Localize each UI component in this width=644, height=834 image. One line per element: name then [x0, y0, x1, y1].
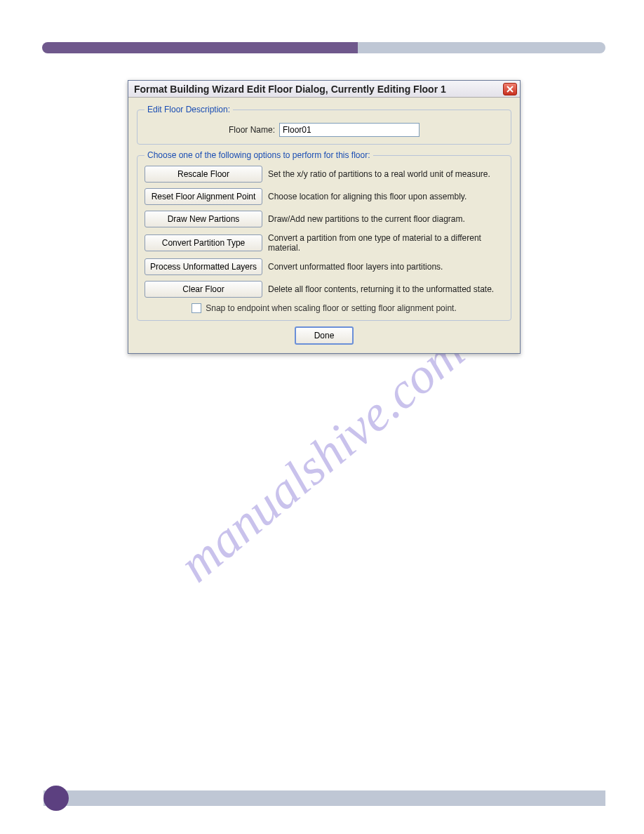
options-legend: Choose one of the following options to p… — [145, 150, 373, 160]
close-icon — [506, 85, 514, 93]
convert-partition-desc: Convert a partition from one type of mat… — [268, 233, 504, 253]
rescale-floor-desc: Set the x/y ratio of partitions to a rea… — [268, 169, 504, 179]
option-row-convert-type: Convert Partition Type Convert a partiti… — [145, 233, 504, 253]
option-row-reset-alignment: Reset Floor Alignment Point Choose locat… — [145, 188, 504, 205]
snap-label: Snap to endpoint when scaling floor or s… — [206, 303, 457, 313]
process-layers-desc: Convert unformatted floor layers into pa… — [268, 262, 504, 272]
dialog-title: Format Building Wizard Edit Floor Dialog… — [134, 84, 446, 95]
dialog-titlebar: Format Building Wizard Edit Floor Dialog… — [128, 81, 520, 98]
snap-checkbox[interactable] — [192, 303, 201, 313]
reset-alignment-button[interactable]: Reset Floor Alignment Point — [145, 188, 262, 205]
clear-floor-desc: Delete all floor contents, returning it … — [268, 284, 504, 294]
process-layers-button[interactable]: Process Unformatted Layers — [145, 258, 262, 275]
edit-floor-description-group: Edit Floor Description: Floor Name: — [137, 105, 511, 145]
floor-name-input[interactable] — [279, 123, 420, 137]
rescale-floor-button[interactable]: Rescale Floor — [145, 166, 262, 183]
dialog-body: Edit Floor Description: Floor Name: Choo… — [128, 98, 520, 353]
option-row-rescale: Rescale Floor Set the x/y ratio of parti… — [145, 166, 504, 183]
convert-partition-button[interactable]: Convert Partition Type — [145, 234, 262, 251]
edit-floor-dialog: Format Building Wizard Edit Floor Dialog… — [128, 80, 521, 354]
description-legend: Edit Floor Description: — [145, 105, 233, 114]
draw-partitions-button[interactable]: Draw New Partions — [145, 211, 262, 227]
floor-name-label: Floor Name: — [229, 125, 275, 135]
page-footer-dot — [43, 786, 69, 811]
option-row-clear-floor: Clear Floor Delete all floor contents, r… — [145, 281, 504, 298]
watermark-text: manualshive.com — [168, 323, 476, 594]
floor-options-group: Choose one of the following options to p… — [137, 150, 511, 321]
close-button[interactable] — [503, 83, 517, 95]
reset-alignment-desc: Choose location for aligning this floor … — [268, 192, 504, 201]
done-row: Done — [137, 326, 511, 345]
option-row-draw-partitions: Draw New Partions Draw/Add new partition… — [145, 211, 504, 227]
clear-floor-button[interactable]: Clear Floor — [145, 281, 262, 298]
floor-name-row: Floor Name: — [145, 123, 504, 137]
draw-partitions-desc: Draw/Add new partitions to the current f… — [268, 214, 504, 224]
snap-row: Snap to endpoint when scaling floor or s… — [145, 303, 504, 313]
done-button[interactable]: Done — [295, 326, 354, 345]
page-header-bar — [42, 42, 605, 53]
page-footer-bar — [43, 790, 605, 806]
option-row-process-layers: Process Unformatted Layers Convert unfor… — [145, 258, 504, 275]
